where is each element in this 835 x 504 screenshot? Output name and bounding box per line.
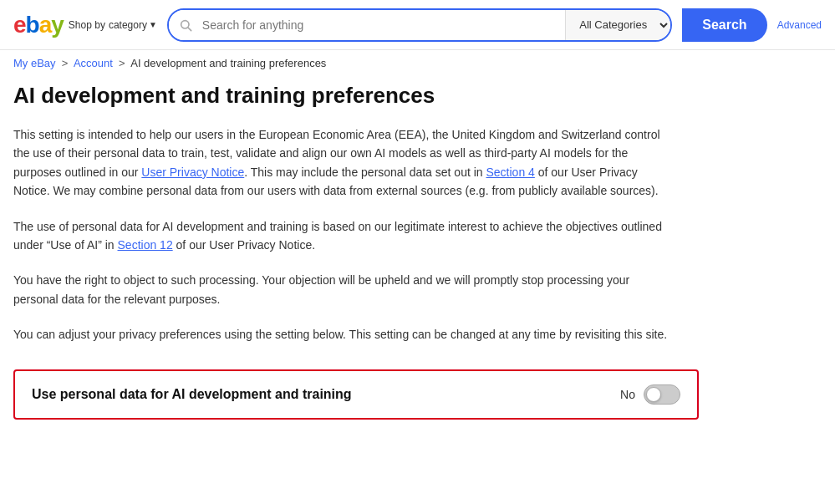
toggle-switch[interactable] <box>644 384 680 405</box>
logo-letter-a: a <box>39 12 52 38</box>
para1-text-after-link1: . This may include the personal data set… <box>244 165 486 179</box>
search-icon-wrap <box>169 10 202 40</box>
breadcrumb-account[interactable]: Account <box>74 57 113 69</box>
breadcrumb-current: AI development and training preferences <box>130 57 326 69</box>
para2-text-after-link3: of our User Privacy Notice. <box>173 238 315 252</box>
ebay-logo: ebay <box>13 13 64 37</box>
logo-letter-e: e <box>13 12 26 38</box>
logo-letter-b: b <box>26 12 39 38</box>
paragraph-3: You have the right to object to such pro… <box>13 271 672 308</box>
paragraph-1: This setting is intended to help our use… <box>13 125 672 201</box>
toggle-thumb <box>646 387 661 402</box>
section12-link[interactable]: Section 12 <box>118 238 173 252</box>
search-bar: All Categories <box>167 8 672 42</box>
para2-text-before-link3: The use of personal data for AI developm… <box>13 220 662 252</box>
toggle-area: No <box>620 384 680 405</box>
setting-label: Use personal data for AI development and… <box>32 387 620 402</box>
header: ebay Shop by category ▼ All Categories S… <box>0 0 835 50</box>
chevron-down-icon: ▼ <box>149 20 157 29</box>
page-title: AI development and training preferences <box>13 83 672 109</box>
main-content: AI development and training preferences … <box>0 76 685 453</box>
search-icon <box>179 18 192 32</box>
setting-row: Use personal data for AI development and… <box>13 369 699 420</box>
toggle-no-label: No <box>620 388 635 401</box>
category-label: category <box>109 19 147 31</box>
breadcrumb-my-ebay[interactable]: My eBay <box>13 57 56 69</box>
paragraph-2: The use of personal data for AI developm… <box>13 217 672 255</box>
logo-letter-y: y <box>51 12 64 38</box>
user-privacy-notice-link[interactable]: User Privacy Notice <box>141 165 244 179</box>
shop-by-button[interactable]: Shop by category ▼ <box>69 19 157 31</box>
category-select[interactable]: All Categories <box>565 10 670 40</box>
svg-line-1 <box>188 28 191 31</box>
logo-area: ebay Shop by category ▼ <box>13 13 157 37</box>
search-input[interactable] <box>202 10 565 40</box>
search-button[interactable]: Search <box>682 8 766 42</box>
paragraph-4: You can adjust your privacy preferences … <box>13 325 672 344</box>
section4-link[interactable]: Section 4 <box>486 165 535 179</box>
advanced-link[interactable]: Advanced <box>777 19 822 31</box>
breadcrumb: My eBay > Account > AI development and t… <box>0 50 835 76</box>
shop-by-label: Shop by <box>69 19 105 31</box>
